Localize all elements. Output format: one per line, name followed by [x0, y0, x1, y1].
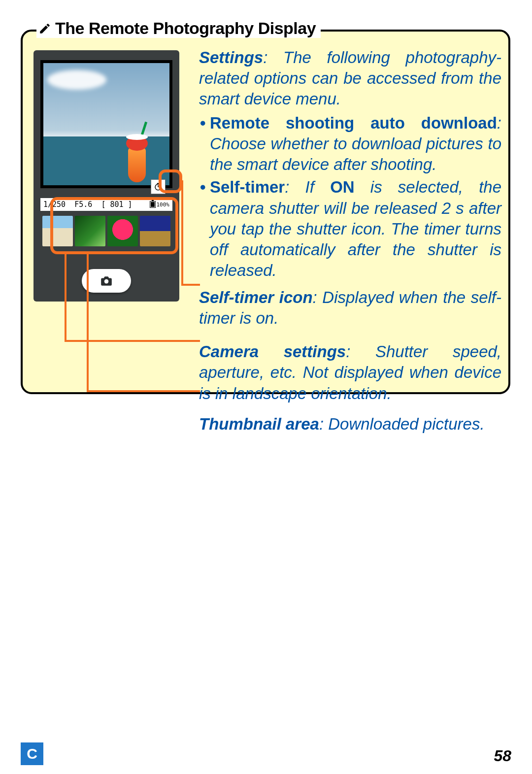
callout-self-timer-icon: Self-timer icon: Displayed when the self… — [199, 287, 501, 329]
note-title-text: The Remote Photography Display — [55, 19, 316, 38]
callout-camera-settings: Camera settings: Shutter speed, aperture… — [199, 341, 501, 404]
manual-page: The Remote Photography Display 1/250 F5.… — [0, 0, 532, 774]
svg-point-1 — [104, 279, 109, 284]
bullet-self-timer: Self-timer: If ON is selected, the camer… — [199, 177, 501, 281]
bullet-remote-download: Remote shooting auto download: Choose wh… — [199, 113, 501, 175]
callout-leader — [181, 180, 183, 286]
callout-leader — [181, 284, 200, 286]
page-footer: C 58 — [0, 745, 532, 774]
page-number: 58 — [494, 747, 511, 765]
settings-bullets: Remote shooting auto download: Choose wh… — [199, 113, 501, 281]
phone-mockup: 1/250 F5.6 [ 801 ] 100% — [33, 50, 179, 302]
callout-highlight-settings-thumbs — [50, 197, 178, 254]
live-view-image — [43, 63, 169, 185]
callout-highlight-self-timer — [159, 169, 182, 193]
callout-leader — [87, 390, 200, 392]
callout-thumbnail-area: Thumbnail area: Downloaded pictures. — [199, 414, 501, 435]
shutter-button[interactable] — [82, 269, 131, 293]
note-title: The Remote Photography Display — [36, 19, 321, 38]
section-tab: C — [21, 742, 43, 765]
settings-paragraph: Settings: The following photography-rela… — [199, 47, 501, 110]
callout-leader — [65, 254, 66, 342]
callout-leader — [65, 340, 200, 342]
camera-icon — [100, 275, 113, 286]
callout-leader — [87, 254, 89, 392]
pencil-icon — [38, 22, 51, 35]
note-body: Settings: The following photography-rela… — [199, 47, 501, 437]
live-view[interactable] — [40, 60, 172, 188]
note-box: The Remote Photography Display 1/250 F5.… — [21, 30, 510, 394]
